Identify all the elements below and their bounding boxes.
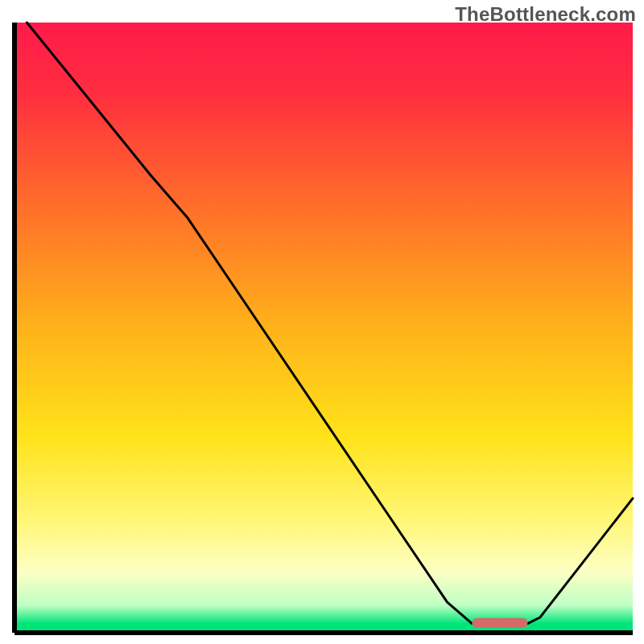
bottleneck-chart [0, 0, 644, 644]
optimal-range-marker [472, 618, 527, 628]
gradient-background [14, 23, 633, 633]
chart-container: TheBottleneck.com [0, 0, 644, 644]
watermark-text: TheBottleneck.com [455, 3, 636, 26]
